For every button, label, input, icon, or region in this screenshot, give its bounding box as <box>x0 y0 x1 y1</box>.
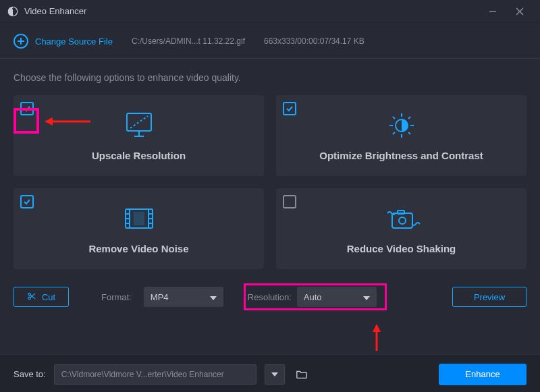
svg-marker-43 <box>271 372 278 376</box>
open-folder-button[interactable] <box>293 364 310 385</box>
option-noise-label: Remove Video Noise <box>88 243 188 254</box>
checkbox-shaking[interactable] <box>283 195 296 208</box>
save-path-field[interactable]: C:\Vidmore\Vidmore V...erter\Video Enhan… <box>54 364 256 385</box>
chevron-down-icon <box>363 292 370 302</box>
option-brightness-label: Optimize Brightness and Contrast <box>319 150 483 161</box>
option-shaking-label: Reduce Video Shaking <box>347 243 456 254</box>
app-title: Video Enhancer <box>24 6 86 16</box>
options-grid: Upscale Resolution Optimize Brightness a… <box>0 90 540 269</box>
svg-marker-39 <box>210 296 217 300</box>
enhance-button[interactable]: Enhance <box>439 364 526 385</box>
svg-line-18 <box>408 117 410 119</box>
save-path-dropdown[interactable] <box>265 364 285 385</box>
chevron-down-icon <box>210 292 217 302</box>
source-row: Change Source File C:/Users/ADMIN...t 11… <box>0 23 540 59</box>
footer: Save to: C:\Vidmore\Vidmore V...erter\Vi… <box>0 356 540 392</box>
svg-marker-42 <box>373 324 381 332</box>
save-to-label: Save to: <box>14 369 46 379</box>
format-value: MP4 <box>151 292 169 302</box>
cut-label: Cut <box>42 292 55 302</box>
svg-marker-40 <box>363 296 370 300</box>
camera-shake-icon <box>382 204 421 233</box>
plus-icon <box>14 34 28 49</box>
option-remove-noise[interactable]: Remove Video Noise <box>14 188 264 269</box>
minimize-button[interactable] <box>479 0 506 23</box>
cut-button[interactable]: Cut <box>14 287 69 307</box>
instruction-text: Choose the following options to enhance … <box>0 59 540 90</box>
option-reduce-shaking[interactable]: Reduce Video Shaking <box>276 188 526 269</box>
format-label: Format: <box>101 292 132 302</box>
svg-line-8 <box>130 116 148 128</box>
scissors-icon <box>27 291 36 303</box>
svg-line-19 <box>393 132 395 134</box>
checkbox-noise[interactable] <box>20 195 34 208</box>
svg-rect-30 <box>392 213 412 228</box>
app-icon <box>7 5 19 18</box>
resolution-label: Resolution: <box>248 292 292 302</box>
save-path-value: C:\Vidmore\Vidmore V...erter\Video Enhan… <box>61 370 224 379</box>
resolution-value: Auto <box>304 292 322 302</box>
svg-point-1 <box>12 7 14 9</box>
option-brightness-contrast[interactable]: Optimize Brightness and Contrast <box>276 95 526 176</box>
option-upscale-label: Upscale Resolution <box>92 150 186 161</box>
monitor-icon <box>122 111 156 140</box>
preview-label: Preview <box>474 292 505 302</box>
format-select[interactable]: MP4 <box>144 287 223 307</box>
close-button[interactable] <box>506 0 533 23</box>
svg-line-16 <box>393 117 395 119</box>
annotation-arrow-resolution <box>370 324 383 352</box>
resolution-select[interactable]: Auto <box>297 287 377 307</box>
controls-row: Cut Format: MP4 Resolution: Auto Preview <box>0 269 540 307</box>
option-upscale-resolution[interactable]: Upscale Resolution <box>14 95 264 176</box>
enhance-label: Enhance <box>465 369 500 379</box>
film-noise-icon <box>120 204 158 233</box>
source-path: C:/Users/ADMIN...t 11.32.22.gif <box>132 36 245 46</box>
change-source-label: Change Source File <box>35 36 113 47</box>
svg-rect-32 <box>398 211 404 214</box>
sun-contrast-icon <box>385 111 418 140</box>
checkbox-brightness[interactable] <box>283 102 296 115</box>
change-source-button[interactable]: Change Source File <box>14 34 113 49</box>
titlebar: Video Enhancer <box>0 0 540 23</box>
source-meta: 663x333/00:00:07/34.17 KB <box>264 36 364 46</box>
svg-point-31 <box>399 217 406 224</box>
preview-button[interactable]: Preview <box>452 287 526 307</box>
svg-line-17 <box>408 132 410 134</box>
svg-rect-29 <box>134 212 144 225</box>
checkbox-upscale[interactable] <box>20 102 34 115</box>
